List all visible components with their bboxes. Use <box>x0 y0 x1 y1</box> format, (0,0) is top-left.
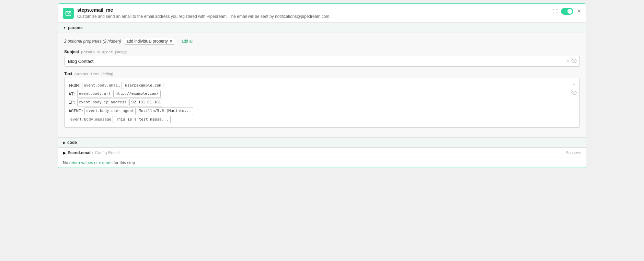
text-list-icon: ≡ <box>573 81 575 87</box>
subject-label: Subject <box>64 49 79 54</box>
card-header: steps.email_me Customize and send an ema… <box>58 4 586 23</box>
main-card: steps.email_me Customize and send an ema… <box>58 3 586 168</box>
text-eye-off-icon <box>571 90 577 97</box>
return-suffix: for this step <box>113 160 135 165</box>
text-prefix-agent: AGENT: <box>69 107 83 114</box>
add-all-link[interactable]: + add all <box>178 39 194 44</box>
code-token-ip: event.body.ip_address <box>77 99 128 106</box>
eye-off-icon <box>571 58 577 65</box>
text-field-wrap: FROM: event.body.email user@example.com … <box>64 78 580 128</box>
text-path: params.text <box>74 72 100 76</box>
code-token-message: event.body.message <box>69 116 113 124</box>
toggle-switch[interactable] <box>561 8 573 15</box>
subject-field-block: Subject params.subject (string) ≡ <box>64 49 580 67</box>
text-row-at: AT: event.body.url http://example.com/ <box>69 90 566 98</box>
expand-icon[interactable]: ⛶ <box>553 9 557 14</box>
value-token-ip: 92.181.61.181 <box>129 99 163 106</box>
subject-label-row: Subject params.subject (string) <box>64 49 580 54</box>
step-title: steps.email_me <box>77 7 549 13</box>
send-email-arrow: ▶ <box>63 150 66 155</box>
optional-row: 2 optional properties (2 hidden) add ind… <box>64 38 580 45</box>
text-label-row: Text params.text (string) <box>64 71 580 76</box>
send-email-row: ▶ $send.email: Config Result Success <box>58 148 586 158</box>
value-token-email: user@example.com <box>123 82 163 90</box>
text-content[interactable]: FROM: event.body.email user@example.com … <box>65 78 570 127</box>
code-token-url: event.body.url <box>77 90 113 98</box>
text-field-block: Text params.text (string) FROM: event.bo… <box>64 71 580 128</box>
text-icons: ≡ <box>570 78 579 127</box>
success-status: Success <box>566 150 581 155</box>
dropdown-arrow-icon: ⇕ <box>169 39 173 44</box>
optional-text: 2 optional properties (2 hidden) <box>64 39 121 44</box>
value-token-message: This is a test messa... <box>114 116 170 124</box>
text-row-agent: AGENT: event.body.user_agent Mozilla/5.0… <box>69 107 566 115</box>
send-email-label: $send.email: <box>68 150 93 155</box>
send-email-left: ▶ $send.email: Config Result <box>63 150 120 155</box>
value-token-url: http://example.com/ <box>113 90 161 98</box>
params-label: params <box>68 25 83 30</box>
code-section-header[interactable]: ▶ code <box>58 137 586 148</box>
close-button[interactable]: ✕ <box>577 9 581 14</box>
text-row-message: event.body.message This is a test messa.… <box>69 116 566 124</box>
params-collapse-arrow: ▼ <box>63 26 66 30</box>
subject-path: params.subject <box>81 50 113 54</box>
subject-input-icons: ≡ <box>566 58 579 65</box>
return-values-row: No return values or exports for this ste… <box>58 158 586 168</box>
header-text: steps.email_me Customize and send an ema… <box>77 7 549 20</box>
text-prefix-ip: IP: <box>69 99 76 106</box>
config-result: Config Result <box>95 150 120 155</box>
params-body: 2 optional properties (2 hidden) add ind… <box>58 33 586 137</box>
code-collapse-arrow: ▶ <box>63 141 66 145</box>
subject-input-wrap: ≡ <box>64 56 580 67</box>
step-description: Customize and send an email to the email… <box>77 14 549 20</box>
subject-input[interactable] <box>65 56 566 66</box>
code-token-email: event.body.email <box>82 82 122 90</box>
text-type: (string) <box>102 72 113 76</box>
params-section-header[interactable]: ▼ params <box>58 23 586 33</box>
text-prefix-at: AT: <box>69 91 76 98</box>
text-row-from: FROM: event.body.email user@example.com <box>69 82 566 90</box>
list-icon: ≡ <box>566 58 569 64</box>
value-token-agent: Mozilla/5.0 (Macinto... <box>137 107 193 115</box>
email-icon <box>63 8 74 19</box>
return-prefix: No <box>63 160 69 165</box>
code-label: code <box>67 140 77 145</box>
add-individual-property-select[interactable]: add individual property ⇕ <box>124 38 175 45</box>
text-label: Text <box>64 71 72 76</box>
header-actions: ⛶ ✕ <box>553 8 581 15</box>
subject-type: (string) <box>115 50 127 54</box>
add-property-label: add individual property <box>126 39 168 44</box>
code-token-agent: event.body.user_agent <box>84 107 136 115</box>
text-row-ip: IP: event.body.ip_address 92.181.61.181 <box>69 99 566 106</box>
return-values-link[interactable]: return values or exports <box>69 160 113 165</box>
text-prefix-from: FROM: <box>69 82 81 89</box>
